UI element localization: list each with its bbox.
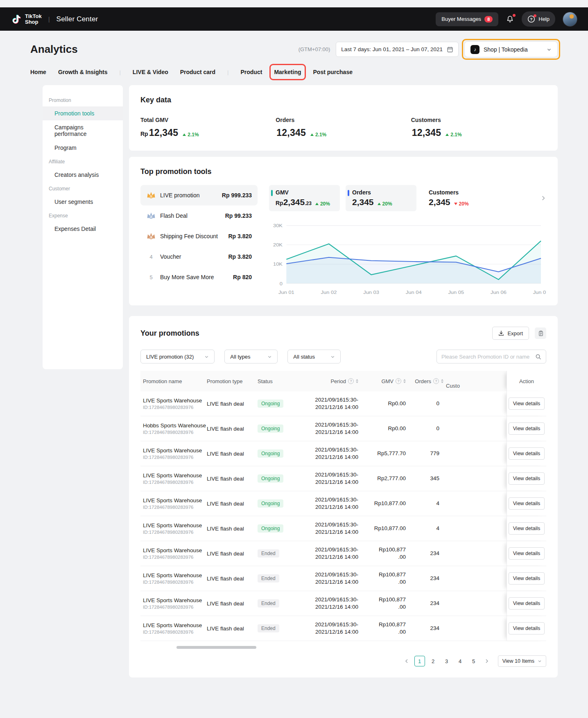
sidebar-item[interactable]: User segments xyxy=(43,195,123,209)
sidebar-item[interactable]: Program xyxy=(43,141,123,155)
buyer-messages-button[interactable]: Buyer Messages 8 xyxy=(436,12,498,26)
info-icon[interactable]: ? xyxy=(433,378,439,384)
tab[interactable]: Post purchase xyxy=(313,66,353,78)
view-details-button[interactable]: View details xyxy=(509,547,545,560)
period-cell: 2021/09/1615:30-2021/12/16 14:00 xyxy=(297,446,358,461)
tool-row[interactable]: 3 Shipping Fee Discount Rp 3.820 xyxy=(140,226,258,246)
tab[interactable]: Product card xyxy=(180,66,215,78)
action-cell: View details xyxy=(507,441,546,466)
page-prev-icon[interactable] xyxy=(402,656,412,666)
gmv-cell: Rp10,877.00 xyxy=(358,525,406,532)
promotion-name-cell: LIVE Sports Warehouse ID:172846789802839… xyxy=(140,597,207,610)
status-cell: Ongoing xyxy=(258,449,297,458)
delta-badge: 2.1% xyxy=(310,132,326,138)
help-question-icon: ? xyxy=(527,15,535,23)
sidebar-item[interactable]: Expenses Detail xyxy=(43,222,123,236)
promotion-type-cell: LIVE flash deal xyxy=(207,401,258,407)
help-button[interactable]: ? Help xyxy=(522,11,555,27)
status-badge: Ongoing xyxy=(258,474,283,483)
svg-text:10K: 10K xyxy=(273,262,283,267)
promotion-id: ID:17284678980283976 xyxy=(143,580,207,585)
view-details-button[interactable]: View details xyxy=(509,522,545,535)
search-icon[interactable] xyxy=(535,354,541,360)
promotion-type-cell: LIVE flash deal xyxy=(207,551,258,557)
metric-card[interactable]: Orders 2,345 20% xyxy=(346,185,416,211)
period-cell: 2021/09/1615:30-2021/12/16 14:00 xyxy=(297,421,358,436)
tiktok-shop-logo[interactable]: TikTokShop xyxy=(11,13,42,25)
tab[interactable]: LIVE & Video xyxy=(133,66,168,78)
page-number[interactable]: 2 xyxy=(428,656,439,666)
view-details-button[interactable]: View details xyxy=(509,497,545,510)
col-gmv: GMV ? xyxy=(358,378,406,384)
filter-dropdown[interactable]: All status xyxy=(287,350,341,364)
status-badge: Ongoing xyxy=(258,400,283,408)
promotion-search-input[interactable] xyxy=(441,354,535,360)
tab[interactable]: Product xyxy=(240,66,262,78)
view-details-button[interactable]: View details xyxy=(509,597,545,610)
tool-row[interactable]: 1 LIVE promotion Rp 999.233 xyxy=(140,185,258,205)
tool-row[interactable]: 5 Buy More Save More Rp 820 xyxy=(140,267,258,287)
status-badge: Ended xyxy=(258,574,279,583)
filter-dropdown[interactable]: LIVE promotion (32) xyxy=(140,350,215,364)
download-icon xyxy=(498,330,504,336)
orders-cell: 4 xyxy=(406,525,443,532)
tiktok-note-icon xyxy=(11,13,22,25)
tool-row[interactable]: 2 Flash Deal Rp 99.233 xyxy=(140,205,258,226)
gmv-cell: Rp100,877.00 xyxy=(358,621,406,636)
metric-card[interactable]: GMV Rp 2,345 .23 20% xyxy=(269,185,340,211)
page-number[interactable]: 3 xyxy=(441,656,452,666)
sidebar-section-customer: Customer User segments xyxy=(43,182,123,209)
promotion-id: ID:17284678980283976 xyxy=(143,455,207,460)
sidebar-item[interactable]: Promotion tools xyxy=(43,106,123,120)
tab[interactable]: Marketing xyxy=(274,66,301,78)
notifications-bell-icon[interactable] xyxy=(506,15,514,24)
view-details-button[interactable]: View details xyxy=(509,422,545,435)
status-badge: Ended xyxy=(258,599,279,607)
info-icon[interactable]: ? xyxy=(396,378,401,384)
svg-text:20K: 20K xyxy=(273,242,283,248)
tab[interactable]: Home xyxy=(30,66,46,78)
page-size-select[interactable]: View 10 Items xyxy=(498,655,546,667)
info-icon[interactable]: ? xyxy=(348,378,354,384)
page-number[interactable]: 1 xyxy=(414,656,425,666)
clipboard-button[interactable] xyxy=(535,327,546,339)
sidebar-section-label: Customer xyxy=(43,182,123,195)
view-details-button[interactable]: View details xyxy=(509,572,545,585)
promotion-name-cell: LIVE Sports Warehouse ID:172846789802839… xyxy=(140,497,207,510)
view-details-button[interactable]: View details xyxy=(509,447,545,460)
page-next-icon[interactable] xyxy=(482,656,492,666)
page-number[interactable]: 5 xyxy=(468,656,479,666)
tab[interactable]: Growth & Insights xyxy=(58,66,108,78)
delta-badge: 20% xyxy=(315,201,330,207)
filter-dropdown[interactable]: All types xyxy=(224,350,278,364)
cards-scroll-right-icon[interactable] xyxy=(541,195,546,201)
promotion-id: ID:17284678980283976 xyxy=(143,630,207,634)
date-range-picker[interactable]: Last 7 days: Jun 01, 2021 – Jun 07, 2021 xyxy=(336,42,459,57)
horizontal-scrollbar[interactable] xyxy=(176,646,256,649)
table-body: LIVE Sports Warehouse ID:172846789802839… xyxy=(140,391,546,641)
tool-row[interactable]: 4 Voucher Rp 3.820 xyxy=(140,246,258,267)
metric-card[interactable]: Customers 2,345 20% xyxy=(422,185,493,211)
view-details-button[interactable]: View details xyxy=(509,622,545,634)
status-badge: Ongoing xyxy=(258,499,283,508)
line-chart-svg: 010K20K30KJun 01Jun 02Jun 03Jun 04Jun 05… xyxy=(269,219,546,296)
sidebar-item[interactable]: Campaigns performance xyxy=(43,120,123,141)
table-row: Hobbs Sports Warehouse ID:17284678980283… xyxy=(140,416,546,441)
sidebar-item[interactable]: Creators analysis xyxy=(43,168,123,182)
key-data-title: Key data xyxy=(140,96,546,104)
sidebar-section-label: Expense xyxy=(43,209,123,222)
chevron-down-icon xyxy=(330,354,335,359)
accent-bar xyxy=(424,190,426,196)
title-row: Analytics (GTM+07:00) Last 7 days: Jun 0… xyxy=(0,31,588,57)
rank-crown-icon: 3 xyxy=(146,232,156,241)
view-details-button[interactable]: View details xyxy=(509,397,545,410)
export-button[interactable]: Export xyxy=(492,327,529,340)
promotion-name-cell: LIVE Sports Warehouse ID:172846789802839… xyxy=(140,572,207,585)
status-badge: Ended xyxy=(258,624,279,632)
avatar[interactable] xyxy=(563,12,577,27)
table-row: LIVE Sports Warehouse ID:172846789802839… xyxy=(140,591,546,616)
shop-selector[interactable]: ♪ Shop | Tokopedia xyxy=(464,41,558,57)
orders-cell: 234 xyxy=(406,575,443,582)
page-number[interactable]: 4 xyxy=(455,656,466,666)
view-details-button[interactable]: View details xyxy=(509,472,545,485)
